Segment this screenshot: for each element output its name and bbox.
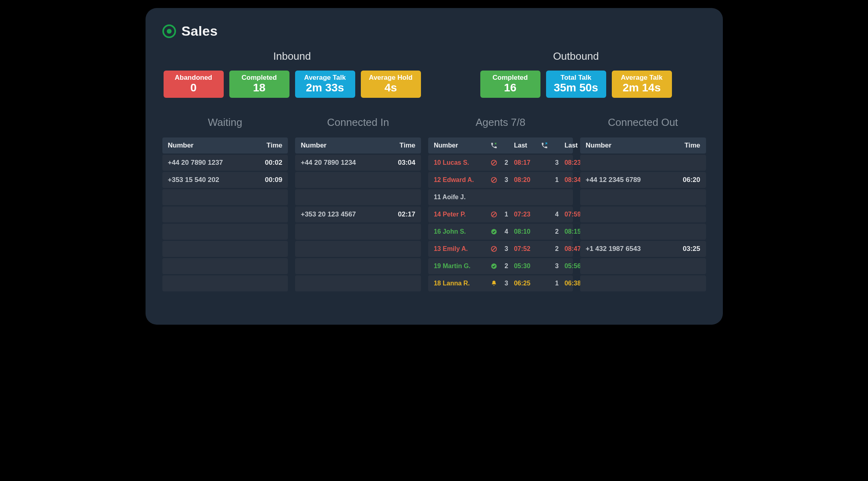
column-title: Agents 7/8 (428, 116, 573, 129)
agent-in-count: 3 (503, 245, 510, 253)
table-row (295, 189, 421, 205)
blocked-icon (490, 245, 498, 253)
agent-name: 18 Lanna R. (434, 280, 485, 287)
table-row (162, 189, 288, 205)
metric-value: 2m 33s (306, 81, 344, 94)
agent-row[interactable]: 16 John S.408:10208:15 (428, 224, 573, 240)
metric-card[interactable]: Completed16 (480, 71, 540, 98)
metrics-area: Inbound Abandoned0Completed18Average Tal… (162, 50, 706, 98)
blocked-icon (490, 159, 498, 166)
agent-out-count: 2 (553, 228, 560, 235)
metric-label: Average Talk (621, 74, 663, 82)
table-body: 10 Lucas S.208:17308:2312 Edward A.308:2… (428, 155, 573, 291)
agent-name: 12 Edward A. (434, 176, 485, 184)
agent-name: 19 Martin G. (434, 263, 485, 270)
table-row (580, 189, 706, 205)
table-row (580, 224, 706, 240)
metric-label: Abandoned (175, 74, 212, 82)
agent-in-count: 2 (503, 263, 510, 270)
column-title: Connected Out (580, 116, 706, 129)
agent-status (489, 245, 499, 253)
table-row (162, 241, 288, 257)
cell-time: 03:25 (675, 245, 700, 253)
cell-number: +44 20 7890 1234 (301, 159, 390, 167)
bell-icon (490, 280, 498, 287)
header-number: Number (434, 142, 485, 149)
agent-row[interactable]: 14 Peter P.107:23407:59 (428, 206, 573, 222)
table-row (580, 275, 706, 291)
metric-value: 18 (253, 81, 265, 94)
agent-in-time: 08:17 (514, 159, 536, 166)
blocked-icon (490, 211, 498, 218)
cell-time: 03:04 (390, 159, 415, 167)
metric-card[interactable]: Average Talk2m 14s (612, 71, 672, 98)
columns-area: Waiting Number Time +44 20 7890 123700:0… (162, 116, 706, 293)
agent-name: 14 Peter P. (434, 211, 485, 218)
agent-row[interactable]: 18 Lanna R.306:25106:38 (428, 275, 573, 291)
table-row[interactable]: +44 20 7890 123403:04 (295, 155, 421, 171)
cell-number: +1 432 1987 6543 (586, 245, 675, 253)
metric-card[interactable]: Completed18 (229, 71, 289, 98)
metric-value: 35m 50s (554, 81, 598, 94)
svg-line-8 (492, 247, 496, 251)
metric-row: Completed16Total Talk35m 50sAverage Talk… (446, 71, 706, 98)
agent-row[interactable]: 13 Emily A.307:52208:47 (428, 241, 573, 257)
agent-status (489, 280, 499, 287)
table-row (295, 258, 421, 274)
column-title: Waiting (162, 116, 288, 129)
cell-number: +44 12 2345 6789 (586, 176, 675, 184)
metric-card[interactable]: Abandoned0 (164, 71, 224, 98)
agent-out-count: 2 (553, 245, 560, 253)
column-agents: Agents 7/8 Number Last Last 10 Lucas S.2… (428, 116, 573, 293)
agent-in-time: 07:52 (514, 245, 536, 253)
table-row (162, 206, 288, 222)
header-time: Time (390, 141, 415, 150)
table-row (162, 224, 288, 240)
agent-row[interactable]: 10 Lucas S.208:17308:23 (428, 155, 573, 171)
table-row[interactable]: +44 20 7890 123700:02 (162, 155, 288, 171)
table-row (295, 241, 421, 257)
agent-in-time: 07:23 (514, 211, 536, 218)
metric-label: Completed (242, 74, 277, 82)
metric-group-inbound: Inbound Abandoned0Completed18Average Tal… (162, 50, 422, 98)
phone-in-icon (489, 142, 499, 149)
agent-status (489, 228, 499, 235)
column-title: Connected In (295, 116, 421, 129)
title-row: Sales (162, 23, 706, 39)
agent-row[interactable]: 11 Aoife J. (428, 189, 573, 205)
table-row[interactable]: +1 432 1987 654303:25 (580, 241, 706, 257)
agent-row[interactable]: 19 Martin G.205:30305:56 (428, 258, 573, 274)
metric-value: 16 (504, 81, 516, 94)
cell-time: 06:20 (675, 176, 700, 184)
svg-line-1 (492, 161, 496, 164)
dashboard-panel: Sales Inbound Abandoned0Completed18Avera… (146, 8, 723, 325)
metric-group-title: Inbound (162, 50, 422, 63)
agent-name: 10 Lucas S. (434, 159, 485, 166)
agent-row[interactable]: 12 Edward A.308:20108:34 (428, 172, 573, 188)
metric-card[interactable]: Average Talk2m 33s (295, 71, 355, 98)
metric-card[interactable]: Average Hold4s (361, 71, 421, 98)
metric-value: 2m 14s (623, 81, 661, 94)
header-number: Number (168, 141, 257, 150)
table-row[interactable]: +353 15 540 20200:09 (162, 172, 288, 188)
metric-label: Completed (493, 74, 528, 82)
metric-label: Average Hold (369, 74, 413, 82)
cell-time: 00:02 (257, 159, 282, 167)
metric-value: 0 (190, 81, 197, 94)
table-row[interactable]: +353 20 123 456702:17 (295, 206, 421, 222)
table-row[interactable]: +44 12 2345 678906:20 (580, 172, 706, 188)
agent-out-count: 3 (553, 159, 560, 166)
header-time: Time (675, 141, 700, 150)
svg-line-3 (492, 178, 496, 182)
cell-number: +44 20 7890 1237 (168, 159, 257, 167)
header-number: Number (301, 141, 390, 150)
table-row (580, 258, 706, 274)
metric-card[interactable]: Total Talk35m 50s (546, 71, 606, 98)
header-time: Time (257, 141, 282, 150)
table-body: +44 12 2345 678906:20+1 432 1987 654303:… (580, 155, 706, 291)
table-header: Number Time (162, 137, 288, 154)
metric-group-title: Outbound (446, 50, 706, 63)
page-title: Sales (182, 23, 218, 39)
agent-status (489, 159, 499, 166)
table-row (295, 172, 421, 188)
